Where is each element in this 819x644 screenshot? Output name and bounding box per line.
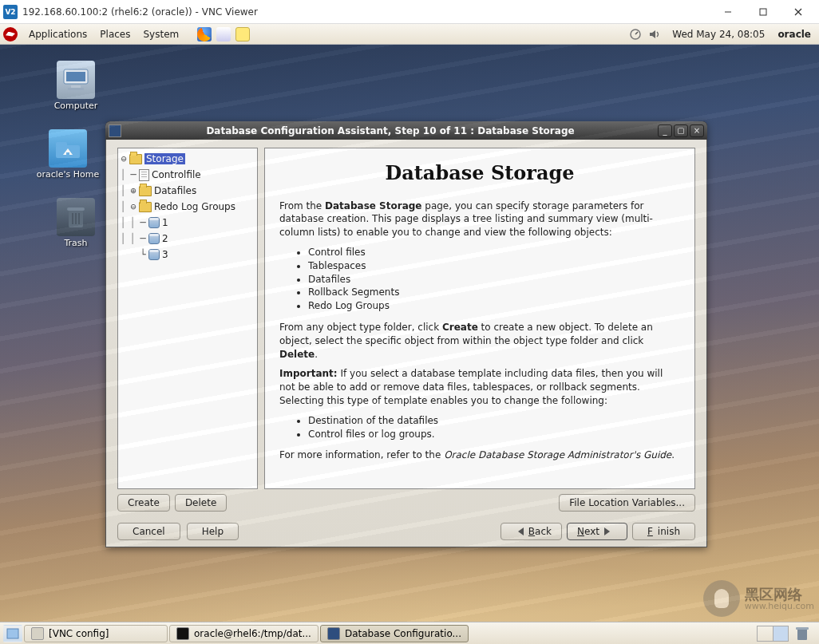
vnc-window-title: 192.168.60.100:2 (rhel6:2 (oracle)) - VN… (22, 6, 710, 18)
task-label: [VNC config] (49, 628, 109, 639)
tree-label: 3 (162, 249, 168, 260)
tree-label: 1 (162, 217, 168, 228)
user-menu[interactable]: oracle (777, 29, 811, 40)
window-close-button[interactable]: × (690, 124, 704, 137)
task-label: Database Configuratio... (345, 628, 461, 639)
volume-icon[interactable] (647, 28, 662, 41)
intro-paragraph: From the Database Storage page, you can … (279, 200, 680, 239)
dbca-window: Database Configuration Assistant, Step 1… (105, 121, 707, 547)
gnome-bottom-panel: [VNC config] oracle@rhel6:/tmp/dat... Da… (0, 622, 819, 644)
terminal-icon (176, 627, 189, 640)
cpu-frequency-icon[interactable] (628, 28, 643, 41)
create-delete-paragraph: From any object type folder, click Creat… (279, 321, 680, 361)
trash-applet-icon[interactable] (795, 626, 811, 642)
svg-rect-21 (797, 629, 807, 640)
svg-rect-20 (7, 629, 18, 638)
menu-system[interactable]: System (136, 26, 185, 43)
menu-places[interactable]: Places (93, 26, 136, 43)
workspace-switcher[interactable] (757, 626, 789, 642)
file-location-variables-button[interactable]: File Location Variables... (559, 494, 695, 512)
tree-node-controlfile[interactable]: │─ Controlfile (118, 167, 257, 183)
desktop-icon-home[interactable]: oracle's Home (32, 129, 104, 180)
desktop-icon-label: oracle's Home (37, 169, 100, 180)
task-icon (327, 627, 340, 640)
back-button[interactable]: Back (500, 523, 562, 540)
next-arrow-icon (604, 527, 617, 535)
page-heading: Database Storage (279, 160, 680, 187)
notes-launcher-icon[interactable] (235, 27, 250, 41)
storage-content: Database Storage From the Database Stora… (264, 148, 695, 489)
desktop: Computer oracle's Home Trash Database Co… (0, 45, 819, 622)
objects-list: Control files Tablespaces Datafiles Roll… (308, 246, 680, 313)
gnome-top-panel: Applications Places System Wed May 24, 0… (0, 24, 819, 45)
task-vnc-config[interactable]: [VNC config] (24, 625, 168, 642)
tree-node-datafiles[interactable]: │⊕ Datafiles (118, 183, 257, 199)
svg-rect-12 (56, 142, 67, 147)
clock[interactable]: Wed May 24, 08:05 (672, 29, 765, 40)
menu-applications[interactable]: Applications (22, 26, 93, 43)
tree-label: Controlfile (152, 169, 201, 180)
important-paragraph: Important: If you select a database temp… (279, 367, 680, 407)
dbca-app-icon (109, 124, 121, 137)
svg-rect-1 (760, 9, 766, 15)
window-minimize-button[interactable]: _ (658, 124, 672, 137)
vnc-window-titlebar: V2 192.168.60.100:2 (rhel6:2 (oracle)) -… (0, 0, 819, 24)
finish-button[interactable]: Finish (632, 523, 695, 540)
desktop-icon-label: Computer (54, 101, 98, 111)
tree-node-redo-3[interactable]: └ 3 (118, 247, 257, 263)
task-icon (31, 627, 44, 640)
task-terminal[interactable]: oracle@rhel6:/tmp/dat... (169, 625, 318, 642)
show-desktop-button[interactable] (3, 625, 22, 642)
desktop-icon-computer[interactable]: Computer (40, 61, 112, 111)
watermark-logo-icon (703, 580, 740, 617)
maximize-button[interactable] (746, 1, 781, 23)
watermark-url: www.heiqu.com (745, 602, 814, 610)
more-info-paragraph: For more information, refer to the Oracl… (279, 448, 680, 462)
file-browser-launcher-icon[interactable] (216, 27, 231, 41)
tree-node-redo-log-groups[interactable]: │⊖ Redo Log Groups (118, 199, 257, 215)
redhat-logo-icon (3, 27, 18, 41)
tree-node-redo-1[interactable]: ││─ 1 (118, 215, 257, 231)
next-button[interactable]: Next (567, 523, 627, 540)
svg-rect-16 (67, 207, 85, 211)
desktop-icon-trash[interactable]: Trash (40, 198, 112, 248)
svg-rect-8 (66, 72, 85, 81)
watermark: 黑区网络 www.heiqu.com (703, 580, 814, 617)
firefox-launcher-icon[interactable] (197, 27, 212, 41)
svg-line-5 (635, 32, 638, 34)
close-button[interactable] (781, 1, 816, 23)
dbca-titlebar[interactable]: Database Configuration Assistant, Step 1… (105, 121, 707, 140)
svg-rect-22 (796, 627, 809, 630)
svg-rect-9 (71, 85, 81, 88)
create-button[interactable]: Create (117, 494, 170, 512)
storage-tree[interactable]: ⊖ Storage │─ Controlfile │⊕ Datafiles │⊖… (117, 148, 258, 489)
watermark-brand: 黑区网络 (745, 586, 802, 603)
dbca-title: Database Configuration Assistant, Step 1… (125, 125, 656, 136)
delete-button[interactable]: Delete (175, 494, 227, 512)
vnc-viewer-icon: V2 (3, 5, 18, 19)
svg-rect-14 (66, 152, 69, 156)
task-label: oracle@rhel6:/tmp/dat... (194, 628, 311, 639)
cancel-button[interactable]: Cancel (117, 523, 180, 540)
task-dbca[interactable]: Database Configuratio... (320, 625, 469, 642)
back-arrow-icon (511, 527, 524, 535)
window-maximize-button[interactable]: ▢ (674, 124, 688, 137)
help-button[interactable]: Help (187, 523, 239, 540)
tree-label: Redo Log Groups (154, 201, 235, 212)
template-list: Destination of the datafiles Control fil… (308, 414, 680, 441)
desktop-icon-label: Trash (64, 238, 87, 248)
tree-node-redo-2[interactable]: ││─ 2 (118, 231, 257, 247)
tree-node-storage[interactable]: ⊖ Storage (118, 151, 257, 167)
minimize-button[interactable] (710, 1, 746, 23)
tree-label: Datafiles (154, 185, 196, 196)
svg-marker-6 (650, 30, 655, 38)
tree-label: Storage (144, 153, 185, 164)
tree-label: 2 (162, 233, 168, 244)
svg-rect-10 (68, 88, 84, 90)
